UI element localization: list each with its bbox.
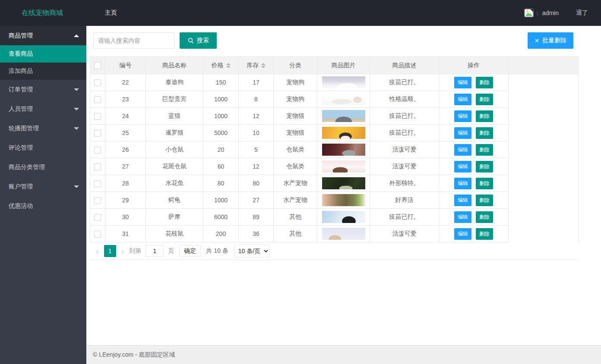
sidebar-item-carousel-management[interactable]: 轮播图管理 xyxy=(0,119,86,138)
edit-button[interactable]: 编辑 xyxy=(454,110,471,122)
edit-button[interactable]: 编辑 xyxy=(454,127,471,139)
cell-id: 26 xyxy=(105,141,146,158)
next-page-arrow[interactable]: › xyxy=(120,247,126,255)
sidebar-item-comment-management[interactable]: 评论管理 xyxy=(0,138,86,157)
edit-button[interactable]: 编辑 xyxy=(454,211,471,223)
sidebar-item-order-management[interactable]: 订单管理 xyxy=(0,80,86,99)
delete-button[interactable]: 删除 xyxy=(476,144,493,156)
cell-stock: 12 xyxy=(239,108,274,125)
cell-stock: 89 xyxy=(239,209,274,226)
select-all-checkbox[interactable] xyxy=(94,62,101,69)
chevron-down-icon xyxy=(74,127,79,130)
sidebar-item-category-management[interactable]: 商品分类管理 xyxy=(0,157,86,177)
cell-description: 疫苗已打。 xyxy=(370,209,439,226)
edit-button[interactable]: 编辑 xyxy=(454,161,471,173)
search-input[interactable] xyxy=(93,32,174,49)
cell-description: 活泼可爱 xyxy=(370,226,439,242)
sidebar-item-account-management[interactable]: 账户管理 xyxy=(0,177,86,196)
cell-description: 活泼可爱 xyxy=(370,141,439,158)
delete-button[interactable]: 删除 xyxy=(476,195,493,206)
current-page-button[interactable]: 1 xyxy=(104,245,116,257)
edit-button[interactable]: 编辑 xyxy=(454,77,471,88)
avatar-separator: | xyxy=(536,10,538,16)
table-row: 30 萨摩 6000 89 其他 疫苗已打。 编辑删除 xyxy=(90,209,579,226)
search-button-label: 搜索 xyxy=(197,37,209,44)
empty-header-cell xyxy=(509,57,579,74)
col-header-actions: 操作 xyxy=(439,57,509,74)
prev-page-arrow[interactable]: ‹ xyxy=(94,247,101,255)
table-row: 22 泰迪狗 150 17 宠物狗 疫苗已打。 编辑删除 xyxy=(90,74,579,91)
batch-delete-button[interactable]: ✕ 批量删除 xyxy=(528,32,573,49)
cell-price: 1000 xyxy=(203,192,239,209)
col-header-name: 商品名称 xyxy=(146,57,203,74)
col-header-id: 编号 xyxy=(105,57,146,74)
cell-category: 水产宠物 xyxy=(274,175,317,192)
row-checkbox[interactable] xyxy=(94,214,101,221)
cell-category: 宠物狗 xyxy=(274,91,317,108)
edit-button[interactable]: 编辑 xyxy=(454,195,471,206)
cell-name: 蓝猫 xyxy=(146,108,203,125)
row-checkbox[interactable] xyxy=(94,147,101,154)
row-checkbox[interactable] xyxy=(94,231,101,238)
goto-page-suffix: 页 xyxy=(168,247,174,255)
cell-price: 150 xyxy=(203,74,239,91)
search-button[interactable]: 搜索 xyxy=(180,32,217,49)
cell-category: 宠物猫 xyxy=(274,108,317,125)
delete-button[interactable]: 删除 xyxy=(476,228,493,240)
nav-home[interactable]: 主页 xyxy=(105,9,117,17)
cell-description: 疫苗已打。 xyxy=(370,74,439,91)
toolbar: 搜索 ✕ 批量删除 xyxy=(90,32,578,49)
product-image xyxy=(322,160,365,173)
row-checkbox[interactable] xyxy=(94,79,101,86)
delete-button[interactable]: 删除 xyxy=(476,161,493,173)
col-header-category: 分类 xyxy=(274,57,317,74)
delete-button[interactable]: 删除 xyxy=(476,110,493,122)
edit-button[interactable]: 编辑 xyxy=(454,178,471,189)
cell-id: 30 xyxy=(105,209,146,226)
edit-button[interactable]: 编辑 xyxy=(454,94,471,105)
goto-page-input[interactable] xyxy=(146,245,164,257)
cell-price: 1000 xyxy=(203,108,239,125)
cell-name: 水花鱼 xyxy=(146,175,203,192)
delete-button[interactable]: 删除 xyxy=(476,94,493,105)
cell-category: 其他 xyxy=(274,226,317,242)
table-header-row: 编号 商品名称 价格 库存 分类 商品图片 商品描述 操作 xyxy=(90,57,579,74)
edit-button[interactable]: 编辑 xyxy=(454,228,471,240)
row-checkbox[interactable] xyxy=(94,113,101,120)
table-row: 26 小仓鼠 20 5 仓鼠类 活泼可爱 编辑删除 xyxy=(90,141,579,158)
page-size-select[interactable]: 10 条/页 xyxy=(234,245,270,257)
row-checkbox[interactable] xyxy=(94,96,101,103)
cell-price: 5000 xyxy=(203,125,239,141)
cell-price: 80 xyxy=(203,175,239,192)
delete-button[interactable]: 删除 xyxy=(476,77,493,88)
row-checkbox[interactable] xyxy=(94,180,101,187)
username[interactable]: admin xyxy=(542,9,559,16)
cell-price: 20 xyxy=(203,141,239,158)
products-table: 编号 商品名称 价格 库存 分类 商品图片 商品描述 操作 22 泰迪狗 1 xyxy=(90,56,579,242)
sort-icon[interactable] xyxy=(261,63,266,68)
delete-button[interactable]: 删除 xyxy=(476,178,493,189)
cell-stock: 27 xyxy=(239,192,274,209)
delete-button[interactable]: 删除 xyxy=(476,211,493,223)
cell-price: 1000 xyxy=(203,91,239,108)
chevron-down-icon xyxy=(74,108,79,110)
sort-icon[interactable] xyxy=(226,63,231,68)
sidebar-item-staff-management[interactable]: 人员管理 xyxy=(0,99,86,119)
sidebar-item-promotions[interactable]: 优惠活动 xyxy=(0,196,86,216)
goto-confirm-button[interactable]: 确定 xyxy=(179,245,201,257)
sidebar-item-label: 查看商品 xyxy=(9,50,33,58)
cell-id: 23 xyxy=(105,91,146,108)
row-checkbox[interactable] xyxy=(94,163,101,170)
delete-button[interactable]: 删除 xyxy=(476,127,493,139)
sidebar-item-add-product[interactable]: 添加商品 xyxy=(0,63,86,80)
sidebar-nav: 商品管理 查看商品 添加商品 订单管理 人员管理 轮播图管理 评论管理 商品分类… xyxy=(0,26,86,364)
logout-link[interactable]: 退了 xyxy=(576,9,588,17)
row-checkbox[interactable] xyxy=(94,197,101,204)
sidebar-item-product-management[interactable]: 商品管理 xyxy=(0,26,86,45)
row-checkbox[interactable] xyxy=(94,130,101,137)
search-icon xyxy=(187,37,194,44)
sidebar-item-view-products[interactable]: 查看商品 xyxy=(0,45,86,63)
col-header-price: 价格 xyxy=(203,57,239,74)
edit-button[interactable]: 编辑 xyxy=(454,144,471,156)
brand-title[interactable]: 在线宠物商城 xyxy=(0,9,86,18)
